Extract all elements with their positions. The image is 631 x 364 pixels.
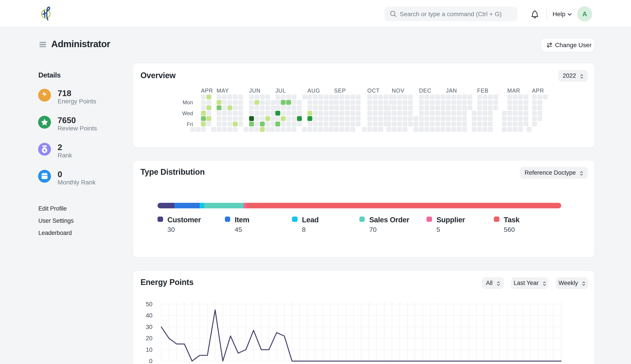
svg-text:MAY: MAY (217, 88, 229, 94)
svg-text:JUL: JUL (275, 88, 286, 94)
svg-text:JUN: JUN (249, 88, 261, 94)
svg-text:50: 50 (146, 301, 152, 308)
svg-text:Mon: Mon (183, 100, 193, 106)
svg-text:0: 0 (149, 358, 152, 364)
svg-text:30: 30 (146, 324, 152, 330)
svg-text:40: 40 (146, 312, 152, 319)
svg-text:NOV: NOV (392, 88, 404, 94)
svg-text:JAN: JAN (446, 88, 457, 94)
svg-text:MAR: MAR (507, 88, 520, 94)
svg-text:20: 20 (146, 335, 152, 342)
svg-text:DEC: DEC (419, 88, 431, 94)
svg-text:AUG: AUG (308, 88, 320, 94)
svg-text:Fri: Fri (187, 121, 193, 127)
svg-text:OCT: OCT (367, 88, 380, 94)
svg-text:10: 10 (146, 346, 152, 353)
svg-text:FEB: FEB (477, 88, 488, 94)
svg-text:Wed: Wed (182, 110, 193, 116)
svg-text:APR: APR (201, 88, 213, 94)
svg-text:SEP: SEP (334, 88, 346, 94)
svg-text:APR: APR (532, 88, 544, 94)
